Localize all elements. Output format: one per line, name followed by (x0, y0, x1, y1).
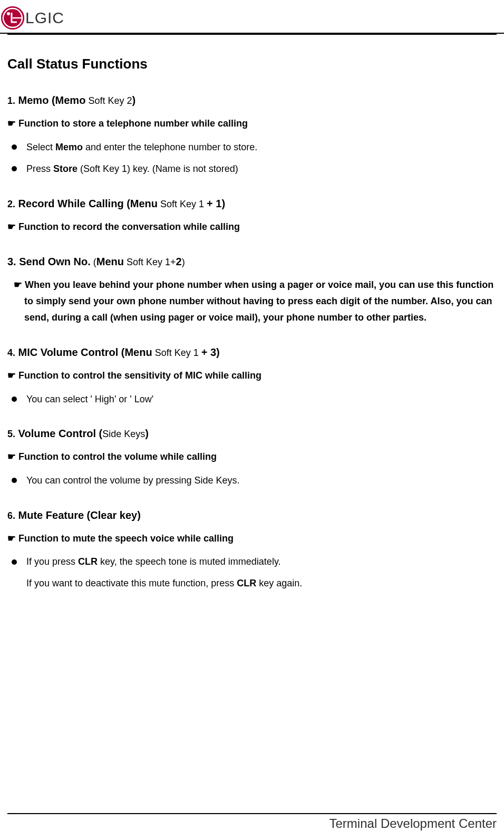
bullet-item: If you press CLR key, the speech tone is… (7, 554, 497, 569)
section-title: 1. Memo (Memo Soft Key 2) (7, 92, 497, 108)
bullet-item: You can select ' High' or ' Low' (7, 391, 497, 407)
bullet-icon (12, 478, 17, 483)
section-subtitle: ☛ When you leave behind your phone numbe… (7, 277, 497, 325)
section-title: 3. Send Own No. (Menu Soft Key 1+2) (7, 254, 497, 269)
logo-text: LGIC (25, 9, 64, 27)
section-send-own-no: 3. Send Own No. (Menu Soft Key 1+2) ☛ Wh… (7, 254, 497, 325)
section-memo: 1. Memo (Memo Soft Key 2) ☛ Function to … (7, 92, 497, 177)
footer-text: Terminal Development Center (329, 816, 497, 831)
section-subtitle: ☛ Function to control the volume while c… (7, 449, 497, 465)
section-title: 5. Volume Control (Side Keys) (7, 426, 497, 441)
section-title: 2. Record While Calling (Menu Soft Key 1… (7, 196, 497, 211)
section-title: 4. MIC Volume Control (Menu Soft Key 1 +… (7, 344, 497, 360)
section-subtitle: ☛ Function to store a telephone number w… (7, 115, 497, 132)
bullet-continue: If you want to deactivate this mute func… (7, 576, 497, 591)
section-subtitle: ☛ Function to mute the speech voice whil… (7, 530, 497, 547)
lg-logo-icon (1, 6, 24, 30)
section-subtitle: ☛ Function to control the sensitivity of… (7, 368, 497, 384)
bullet-item: You can control the volume by pressing S… (7, 472, 497, 488)
bullet-item: Select Memo and enter the telephone numb… (7, 139, 497, 155)
section-record: 2. Record While Calling (Menu Soft Key 1… (7, 196, 497, 235)
bullet-item: Press Store (Soft Key 1) key. (Name is n… (7, 161, 497, 177)
footer: Terminal Development Center (7, 813, 497, 831)
bullet-icon (12, 559, 17, 565)
bullet-icon (12, 397, 17, 402)
header: LGIC (0, 0, 504, 34)
bullet-icon (12, 144, 17, 150)
section-title: 6. Mute Feature (Clear key) (7, 507, 497, 523)
section-volume: 5. Volume Control (Side Keys) ☛ Function… (7, 426, 497, 488)
main-title: Call Status Functions (7, 56, 497, 72)
document-content: Call Status Functions 1. Memo (Memo Soft… (0, 35, 504, 591)
section-mute: 6. Mute Feature (Clear key) ☛ Function t… (7, 507, 497, 591)
section-subtitle: ☛ Function to record the conversation wh… (7, 219, 497, 235)
bullet-icon (12, 166, 17, 171)
section-mic-volume: 4. MIC Volume Control (Menu Soft Key 1 +… (7, 344, 497, 407)
svg-point-1 (7, 12, 10, 15)
